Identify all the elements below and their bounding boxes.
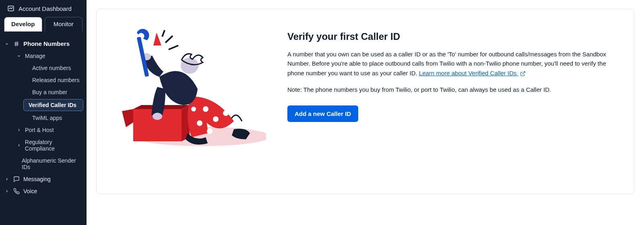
chevron-right-icon <box>4 177 10 181</box>
chevron-right-icon <box>4 189 10 193</box>
svg-point-14 <box>191 107 196 111</box>
hash-icon <box>13 41 20 47</box>
sidebar-item-alphanumeric-sender-ids[interactable]: Alphanumeric Sender IDs <box>0 155 87 173</box>
svg-line-3 <box>15 41 16 46</box>
message-icon <box>13 176 20 182</box>
sidebar: Account Dashboard Develop Monitor Phone … <box>0 0 87 225</box>
chevron-right-icon <box>16 143 22 147</box>
svg-marker-8 <box>122 109 133 127</box>
add-new-caller-id-button[interactable]: Add a new Caller ID <box>287 105 358 122</box>
chart-area-icon <box>7 5 14 12</box>
sidebar-item-released-numbers[interactable]: Released numbers <box>0 74 87 86</box>
chevron-down-icon <box>16 54 22 58</box>
sidebar-item-manage[interactable]: Manage <box>0 50 87 62</box>
sidebar-item-messaging[interactable]: Messaging <box>0 173 87 185</box>
sidebar-item-buy-a-number[interactable]: Buy a number <box>0 86 87 98</box>
sidebar-released-numbers-label: Released numbers <box>32 77 80 83</box>
tab-monitor[interactable]: Monitor <box>45 17 83 32</box>
sidebar-buy-a-number-label: Buy a number <box>32 89 67 95</box>
account-dashboard-label: Account Dashboard <box>19 5 72 12</box>
sidebar-active-numbers-label: Active numbers <box>32 65 71 71</box>
tab-develop[interactable]: Develop <box>4 17 42 32</box>
svg-point-10 <box>203 106 208 112</box>
svg-point-15 <box>207 128 213 134</box>
sidebar-item-port-host[interactable]: Port & Host <box>0 124 87 136</box>
main-content: Verify your first Caller ID A number tha… <box>87 0 644 225</box>
chevron-right-icon <box>16 128 22 132</box>
illustration-person-toolbox <box>119 29 268 149</box>
sidebar-alphanumeric-sender-ids-label: Alphanumeric Sender IDs <box>22 157 83 170</box>
sidebar-twiml-apps-label: TwiML apps <box>32 115 62 121</box>
sidebar-manage-label: Manage <box>25 53 45 59</box>
phone-icon <box>13 188 20 194</box>
chevron-down-icon <box>4 42 10 46</box>
sidebar-section-phone-numbers[interactable]: Phone Numbers <box>0 37 87 50</box>
onboarding-card: Verify your first Caller ID A number tha… <box>96 9 634 194</box>
sidebar-item-voice[interactable]: Voice <box>0 185 87 197</box>
sidebar-item-active-numbers[interactable]: Active numbers <box>0 62 87 74</box>
svg-marker-20 <box>153 33 161 45</box>
account-dashboard-link[interactable]: Account Dashboard <box>0 3 87 17</box>
sidebar-item-twiml-apps[interactable]: TwiML apps <box>0 112 87 124</box>
svg-point-11 <box>213 116 219 122</box>
sidebar-tabs: Develop Monitor <box>0 17 87 32</box>
description-paragraph-2: Note: The phone numbers you buy from Twi… <box>287 85 611 94</box>
page-title: Verify your first Caller ID <box>287 31 611 42</box>
svg-point-13 <box>223 110 229 116</box>
learn-more-link-text: Learn more about Verified Caller IDs <box>419 70 517 76</box>
sidebar-item-verified-caller-ids[interactable]: Verified Caller IDs <box>23 99 83 111</box>
svg-point-12 <box>197 120 202 126</box>
external-link-icon <box>520 71 526 76</box>
svg-line-22 <box>169 45 178 50</box>
sidebar-item-regulatory-compliance[interactable]: Regulatory Compliance <box>0 136 87 155</box>
sidebar-verified-caller-ids-label: Verified Caller IDs <box>29 102 76 108</box>
svg-line-4 <box>17 41 17 46</box>
sidebar-port-host-label: Port & Host <box>25 127 54 133</box>
tab-develop-label: Develop <box>11 21 35 27</box>
add-new-caller-id-button-label: Add a new Caller ID <box>295 110 351 117</box>
sidebar-phone-numbers-label: Phone Numbers <box>23 40 70 47</box>
sidebar-voice-label: Voice <box>23 188 37 194</box>
onboarding-content: Verify your first Caller ID A number tha… <box>287 29 611 122</box>
learn-more-link[interactable]: Learn more about Verified Caller IDs <box>419 70 526 76</box>
svg-line-23 <box>162 30 165 37</box>
sidebar-messaging-label: Messaging <box>23 176 51 182</box>
svg-point-16 <box>153 113 162 120</box>
sidebar-regulatory-compliance-label: Regulatory Compliance <box>25 139 83 152</box>
description-paragraph-1: A number that you own can be used as a c… <box>287 50 611 78</box>
svg-line-24 <box>522 71 524 74</box>
tab-monitor-label: Monitor <box>54 21 74 27</box>
svg-line-21 <box>165 36 173 43</box>
svg-point-19 <box>181 58 198 74</box>
